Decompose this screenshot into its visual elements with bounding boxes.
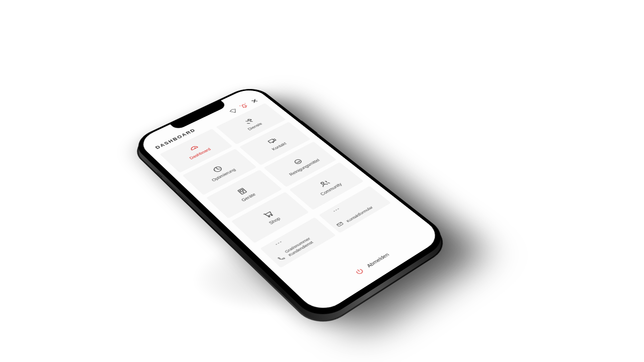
phone-icon bbox=[276, 254, 287, 262]
dots-icon: • • • bbox=[274, 240, 283, 246]
dots-icon: • • • bbox=[332, 207, 340, 213]
location-icon[interactable] bbox=[228, 108, 239, 115]
close-icon[interactable] bbox=[249, 98, 261, 105]
svg-point-5 bbox=[293, 159, 302, 165]
card-text: Kontaktformular bbox=[345, 206, 374, 223]
power-icon bbox=[353, 266, 367, 277]
alert-bell-icon[interactable] bbox=[238, 103, 250, 110]
svg-point-4 bbox=[243, 192, 244, 193]
svg-point-8 bbox=[320, 182, 324, 185]
logout-label: Abmelden bbox=[365, 252, 390, 268]
svg-point-6 bbox=[268, 216, 270, 217]
svg-rect-3 bbox=[239, 190, 243, 192]
svg-rect-9 bbox=[337, 222, 343, 227]
card-text: Gratisnummer Kundendienst bbox=[284, 237, 315, 257]
svg-point-7 bbox=[271, 215, 272, 216]
mail-icon bbox=[335, 221, 345, 228]
